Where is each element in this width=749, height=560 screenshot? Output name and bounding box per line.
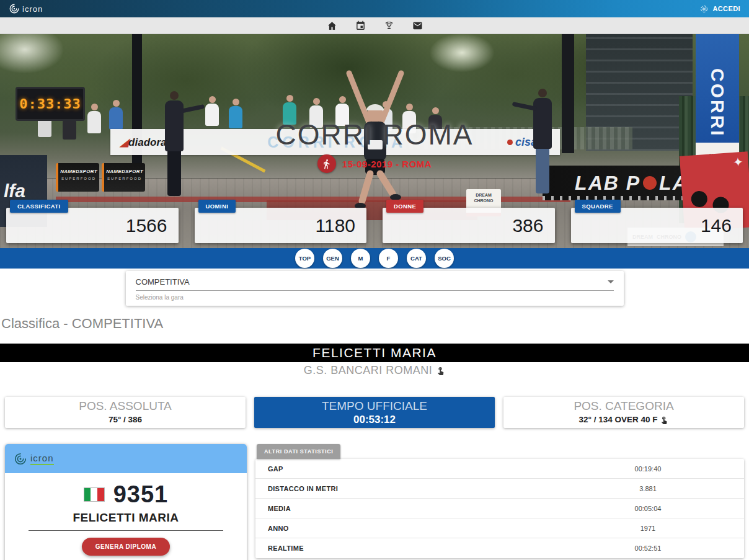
touch-icon[interactable]: [660, 416, 668, 424]
filter-top[interactable]: TOP: [295, 249, 314, 268]
card-title: POS. ASSOLUTA: [5, 398, 246, 414]
race-select[interactable]: COMPETITIVA Seleziona la gara: [126, 271, 624, 306]
stat-badge: DONNE: [386, 200, 423, 213]
stat-value: 146: [701, 215, 732, 236]
stat-value: 1566: [126, 215, 167, 236]
icron-logo-text: icron: [30, 453, 54, 465]
card-value: 32° / 134 OVER 40 F: [503, 414, 744, 426]
icon-navbar: [0, 17, 749, 34]
italy-flag-icon: [84, 487, 105, 502]
card-title: POS. CATEGORIA: [503, 398, 744, 414]
stat-badge: SQUADRE: [575, 200, 621, 213]
accedi-label: ACCEDI: [712, 5, 740, 12]
filter-gen[interactable]: GEN: [323, 249, 342, 268]
athlete-team-line: G.S. BANCARI ROMANI: [0, 362, 749, 378]
logo-text: icron: [22, 4, 43, 14]
table-row: REALTIME 00:52:51: [255, 538, 744, 558]
filter-bar: TOP GEN M F CAT SOC: [0, 248, 749, 269]
filter-m[interactable]: M: [351, 249, 370, 268]
card-tempo-ufficiale: TEMPO UFFICIALE 00:53:12: [254, 397, 495, 428]
summary-cards: POS. ASSOLUTA 75° / 386 TEMPO UFFICIALE …: [0, 397, 749, 428]
home-icon[interactable]: [327, 20, 337, 31]
calendar-icon[interactable]: [355, 20, 366, 31]
divider: [29, 530, 223, 531]
bib-card-body: 9351 FELICETTI MARIA GENERA DIPLOMA: [5, 473, 247, 560]
race-clock-time: 0:33:33: [19, 96, 81, 112]
event-date-row: 15-09-2019 - ROMA: [0, 154, 749, 173]
race-select-section: COMPETITIVA Seleziona la gara: [0, 269, 749, 312]
athlete-team: G.S. BANCARI ROMANI: [304, 364, 433, 377]
stat-badge: CLASSIFICATI: [10, 200, 68, 213]
race-clock: 0:33:33: [16, 87, 85, 121]
touch-icon[interactable]: [436, 366, 445, 375]
event-date: 15-09-2019 - ROMA: [342, 159, 432, 169]
stats-table: GAP 00:19:40 DISTACCO IN METRI 3.881 MED…: [255, 459, 744, 558]
table-row: DISTACCO IN METRI 3.881: [255, 479, 744, 499]
athlete-detail-row: icron 9351 FELICETTI MARIA GENERA DIPLOM…: [0, 444, 749, 560]
icron-logo[interactable]: icron: [9, 3, 43, 14]
mail-icon[interactable]: [412, 20, 423, 31]
stat-box-classificati: CLASSIFICATI 1566: [6, 208, 179, 243]
stat-box-squadre: SQUADRE 146: [571, 208, 743, 243]
accedi-button[interactable]: ACCEDI: [699, 4, 740, 14]
table-row: GAP 00:19:40: [255, 459, 744, 479]
icron-swirl-icon: [14, 452, 27, 466]
card-title: TEMPO UFFICIALE: [254, 398, 495, 414]
page-title: Classifica - COMPETITIVA: [0, 316, 749, 332]
chevron-down-icon: [608, 280, 614, 283]
fingerprint-icon: [699, 4, 709, 14]
other-stats-panel: ALTRI DATI STATISTICI GAP 00:19:40 DISTA…: [255, 444, 744, 558]
card-value: 75° / 386: [5, 414, 246, 426]
race-select-value: COMPETITIVA: [136, 277, 190, 287]
card-pos-categoria: POS. CATEGORIA 32° / 134 OVER 40 F: [503, 397, 744, 428]
stat-box-donne: DONNE 386: [383, 208, 555, 243]
runner-icon: [321, 159, 332, 169]
stat-badge: UOMINI: [198, 200, 236, 213]
bib-number: 9351: [113, 482, 169, 507]
event-stats-row: CLASSIFICATI 1566 UOMINI 1180 DONNE 386 …: [0, 208, 749, 243]
athlete-name-bar: FELICETTI MARIA: [0, 344, 749, 362]
polar-red-dot: [643, 176, 657, 190]
card-pos-assoluta: POS. ASSOLUTA 75° / 386: [5, 397, 246, 428]
race-select-helper: Seleziona la gara: [136, 294, 614, 301]
bib-card-header: icron: [5, 444, 247, 473]
genera-diploma-button[interactable]: GENERA DIPLOMA: [82, 538, 170, 556]
event-title: CORRI ROMA: [0, 118, 749, 151]
bib-card: icron 9351 FELICETTI MARIA GENERA DIPLOM…: [5, 444, 247, 560]
icron-swirl-icon: [9, 3, 20, 14]
table-row: ANNO 1971: [255, 518, 744, 538]
trophy-icon[interactable]: [384, 20, 394, 31]
stat-value: 1180: [315, 215, 355, 236]
top-header: icron ACCEDI: [0, 0, 749, 17]
bib-athlete-name: FELICETTI MARIA: [5, 511, 247, 525]
table-row: MEDIA 00:05:04: [255, 499, 744, 518]
card-value: 00:53:12: [254, 414, 495, 426]
stat-box-uomini: UOMINI 1180: [195, 208, 367, 243]
race-results-page: icron ACCEDI CORRI ●●●● ●●●●● ●● 0:33:33: [0, 0, 749, 560]
hero-photo: CORRI ●●●● ●●●●● ●● 0:33:33 NAMEDSPORT S…: [0, 34, 749, 248]
stats-panel-badge: ALTRI DATI STATISTICI: [257, 444, 340, 459]
stat-value: 386: [512, 215, 543, 236]
filter-cat[interactable]: CAT: [407, 249, 426, 268]
filter-soc[interactable]: SOC: [435, 249, 454, 268]
filter-f[interactable]: F: [379, 249, 398, 268]
runner-badge: [317, 154, 336, 173]
